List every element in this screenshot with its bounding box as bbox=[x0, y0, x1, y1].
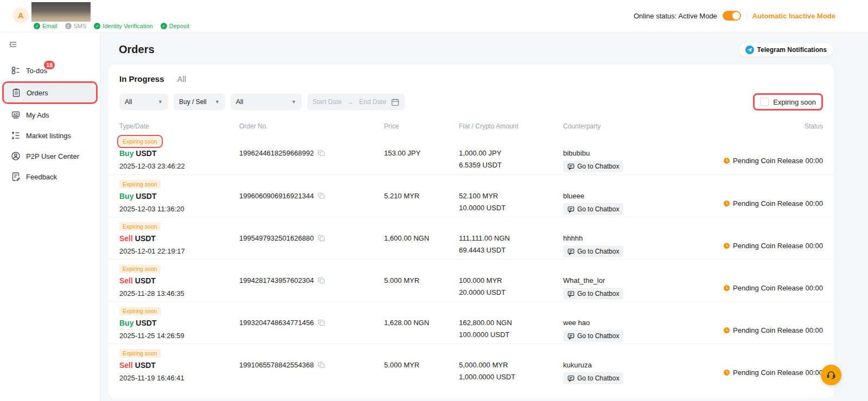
amount-cell: 111,111.00 NGN 69.4443 USDT bbox=[459, 234, 563, 257]
order-asset: USDT bbox=[136, 192, 156, 200]
table-row: Expiring soon Sell USDT 2025-12-01 22:19… bbox=[108, 217, 834, 259]
counterparty-name[interactable]: hhhhh bbox=[563, 234, 714, 242]
expiring-soon-checkbox[interactable] bbox=[760, 98, 769, 106]
chat-icon bbox=[567, 163, 575, 170]
copy-icon[interactable] bbox=[318, 193, 325, 201]
tab-in-progress[interactable]: In Progress bbox=[119, 74, 164, 83]
order-asset: USDT bbox=[136, 319, 156, 327]
go-to-chatbox-button[interactable]: Go to Chatbox bbox=[563, 245, 623, 257]
clock-icon bbox=[724, 327, 730, 333]
order-datetime: 2025-12-03 11:36:20 bbox=[119, 205, 239, 213]
status-text: Pending Coin Release bbox=[733, 368, 803, 377]
feedback-icon bbox=[11, 172, 21, 182]
sidebar-item-my-ads[interactable]: AD My Ads bbox=[3, 105, 97, 125]
go-to-chatbox-button[interactable]: Go to Chatbox bbox=[563, 372, 623, 384]
status-text: Pending Coin Release bbox=[733, 157, 803, 165]
chat-icon bbox=[567, 290, 575, 297]
headset-icon bbox=[826, 370, 837, 380]
copy-icon[interactable] bbox=[318, 320, 325, 328]
amount-cell: 162,800.00 NGN 100.0000 USDT bbox=[459, 319, 563, 342]
svg-text:AD: AD bbox=[13, 113, 18, 117]
exclamation-icon: ! bbox=[65, 23, 72, 29]
sidebar: To-dos 18 Orders AD bbox=[0, 33, 100, 401]
avatar[interactable]: A bbox=[13, 8, 29, 23]
counterparty-name[interactable]: What_the_lor bbox=[563, 276, 714, 284]
sidebar-item-market-listings[interactable]: Market listings bbox=[3, 126, 97, 145]
price-cell: 5.210 MYR bbox=[384, 192, 459, 215]
telegram-notifications-button[interactable]: Telegram Notifications bbox=[738, 42, 834, 57]
order-number: 1996244618259668992 bbox=[239, 149, 314, 157]
type-filter-dropdown[interactable]: All ▼ bbox=[119, 94, 168, 110]
copy-icon[interactable] bbox=[318, 362, 325, 370]
sidebar-item-p2p-user-center[interactable]: P2P User Center bbox=[3, 146, 97, 166]
top-header: A ✓ Email ! SMS ✓ Identity Verification … bbox=[0, 0, 868, 33]
online-status-toggle[interactable] bbox=[723, 11, 741, 21]
order-side: Sell bbox=[119, 234, 133, 243]
order-datetime: 2025-12-03 23:46:22 bbox=[119, 162, 239, 170]
order-side: Sell bbox=[119, 276, 133, 285]
sort-list-icon bbox=[11, 131, 21, 140]
sidebar-item-feedback[interactable]: Feedback bbox=[3, 167, 97, 186]
copy-icon[interactable] bbox=[318, 150, 325, 158]
fiat-amount: 111,111.00 NGN bbox=[459, 234, 563, 242]
telegram-button-label: Telegram Notifications bbox=[757, 46, 827, 54]
status-text: Pending Coin Release bbox=[733, 284, 803, 292]
fiat-amount: 100.000 MYR bbox=[459, 276, 563, 284]
order-number: 1996060906916921344 bbox=[239, 192, 314, 200]
table-row: Expiring soon Sell USDT 2025-11-19 16:46… bbox=[108, 344, 834, 386]
calendar-icon bbox=[391, 98, 399, 106]
side-filter-value: Buy / Sell bbox=[179, 98, 207, 106]
clock-icon bbox=[724, 285, 730, 291]
identity-verification-badge: ✓ Identity Verification bbox=[94, 23, 152, 29]
email-badge-label: Email bbox=[42, 23, 58, 29]
order-datetime: 2025-11-25 14:26:59 bbox=[119, 332, 239, 340]
status-filter-dropdown[interactable]: All ▼ bbox=[231, 94, 302, 110]
status-cell: Pending Coin Release 00:00 bbox=[714, 361, 823, 384]
status-cell: Pending Coin Release 00:00 bbox=[714, 192, 823, 215]
copy-icon[interactable] bbox=[318, 277, 325, 286]
col-type-date: Type/Date bbox=[119, 122, 239, 130]
status-text: Pending Coin Release bbox=[733, 242, 803, 250]
chat-icon bbox=[567, 206, 575, 213]
tab-all[interactable]: All bbox=[177, 74, 187, 83]
expiring-soon-tag: Expiring soon bbox=[119, 180, 161, 189]
price-cell: 5.000 MYR bbox=[384, 276, 459, 300]
fiat-amount: 162,800.00 NGN bbox=[459, 319, 563, 327]
crypto-amount: 1,000.0000 USDT bbox=[459, 373, 563, 381]
counterparty-name[interactable]: bibubibu bbox=[563, 149, 714, 157]
price-cell: 1,600.00 NGN bbox=[384, 234, 459, 257]
check-icon: ✓ bbox=[34, 23, 40, 29]
start-date-placeholder: Start Date bbox=[312, 98, 342, 106]
counterparty-name[interactable]: wee hao bbox=[563, 319, 714, 327]
status-text: Pending Coin Release bbox=[733, 199, 803, 208]
order-side: Sell bbox=[119, 361, 133, 370]
go-to-chatbox-button[interactable]: Go to Chatbox bbox=[563, 288, 623, 300]
automatic-inactive-mode-link[interactable]: Automatic Inactive Mode bbox=[752, 12, 835, 20]
collapse-sidebar-icon[interactable] bbox=[9, 40, 100, 51]
order-side: Buy bbox=[119, 319, 133, 327]
table-row: Expiring soon Buy USDT 2025-12-03 23:46:… bbox=[108, 132, 834, 174]
date-range-picker[interactable]: Start Date → End Date bbox=[307, 94, 405, 110]
expiring-soon-tag: Expiring soon bbox=[119, 137, 161, 146]
type-date-cell: Sell USDT 2025-11-28 13:46:35 bbox=[119, 276, 239, 300]
go-to-chatbox-button[interactable]: Go to Chatbox bbox=[563, 330, 623, 342]
price-cell: 5.000 MYR bbox=[384, 361, 459, 384]
col-price: Price bbox=[384, 122, 459, 130]
copy-icon[interactable] bbox=[318, 235, 325, 243]
counterparty-cell: hhhhh Go to Chatbox bbox=[563, 234, 714, 257]
end-date-placeholder: End Date bbox=[359, 98, 386, 106]
counterparty-name[interactable]: kukuruza bbox=[563, 361, 714, 369]
order-asset: USDT bbox=[135, 234, 156, 243]
sidebar-item-todos[interactable]: To-dos 18 bbox=[3, 61, 97, 80]
identity-badge-label: Identity Verification bbox=[103, 23, 152, 29]
go-to-chatbox-button[interactable]: Go to Chatbox bbox=[563, 203, 623, 215]
fiat-amount: 1,000.00 JPY bbox=[459, 149, 563, 157]
expiring-soon-label: Expiring soon bbox=[773, 98, 816, 106]
counterparty-name[interactable]: blueee bbox=[563, 192, 714, 200]
customer-support-button[interactable] bbox=[821, 365, 841, 385]
go-to-chatbox-button[interactable]: Go to Chatbox bbox=[563, 160, 623, 172]
sidebar-item-label: P2P User Center bbox=[26, 152, 79, 160]
side-filter-dropdown[interactable]: Buy / Sell ▼ bbox=[174, 94, 225, 110]
clock-icon bbox=[724, 370, 730, 376]
sidebar-item-orders[interactable]: Orders bbox=[4, 83, 96, 102]
